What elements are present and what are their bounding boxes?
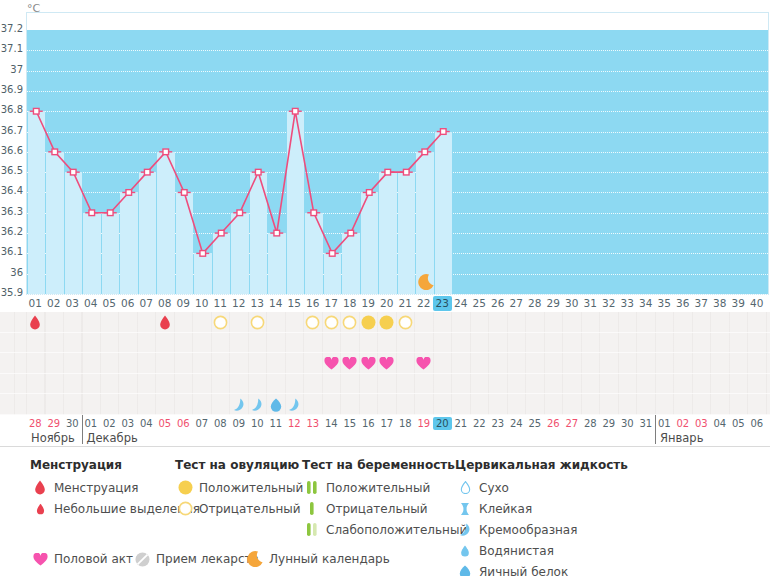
cycle-day-label[interactable]: 08 bbox=[156, 296, 175, 311]
cycle-day-label[interactable]: 18 bbox=[341, 296, 360, 311]
cycle-day-label[interactable]: 14 bbox=[267, 296, 286, 311]
calendar-date[interactable]: 01 bbox=[655, 417, 674, 430]
heart-icon bbox=[359, 353, 378, 374]
calendar-date[interactable]: 02 bbox=[100, 417, 119, 430]
cycle-day-label[interactable]: 11 bbox=[211, 296, 230, 311]
calendar-date[interactable]: 09 bbox=[230, 417, 249, 430]
calendar-date[interactable]: 31 bbox=[637, 417, 656, 430]
calendar-date[interactable]: 28 bbox=[581, 417, 600, 430]
cycle-day-label[interactable]: 30 bbox=[563, 296, 582, 311]
calendar-date[interactable]: 15 bbox=[341, 417, 360, 430]
menses-drop-icon bbox=[26, 312, 45, 333]
preg-negative-icon bbox=[302, 501, 322, 516]
cycle-day-label[interactable]: 17 bbox=[322, 296, 341, 311]
menses-drop-small-icon bbox=[30, 503, 50, 515]
calendar-date[interactable]: 28 bbox=[26, 417, 45, 430]
cycle-day-label[interactable]: 07 bbox=[137, 296, 156, 311]
calendar-date[interactable]: 11 bbox=[267, 417, 286, 430]
cycle-day-label[interactable]: 21 bbox=[396, 296, 415, 311]
cycle-day-label[interactable]: 37 bbox=[692, 296, 711, 311]
calendar-date[interactable]: 23 bbox=[489, 417, 508, 430]
cycle-day-label[interactable]: 29 bbox=[544, 296, 563, 311]
month-label: Ноябрь bbox=[31, 431, 75, 445]
calendar-date[interactable]: 14 bbox=[322, 417, 341, 430]
calendar-date[interactable]: 06 bbox=[748, 417, 767, 430]
calendar-date[interactable]: 05 bbox=[729, 417, 748, 430]
y-axis-tick: 36.5 bbox=[0, 165, 23, 176]
cycle-day-label[interactable]: 05 bbox=[100, 296, 119, 311]
cycle-day-label[interactable]: 22 bbox=[415, 296, 434, 311]
cycle-day-label[interactable]: 38 bbox=[711, 296, 730, 311]
calendar-date[interactable]: 26 bbox=[544, 417, 563, 430]
calendar-date-today[interactable]: 20 bbox=[433, 417, 452, 430]
cycle-day-row: 0102030405060708091011121314151617181920… bbox=[0, 296, 770, 312]
calendar-date[interactable]: 05 bbox=[156, 417, 175, 430]
calendar-date[interactable]: 08 bbox=[211, 417, 230, 430]
calendar-date[interactable]: 27 bbox=[563, 417, 582, 430]
cycle-day-label[interactable]: 39 bbox=[729, 296, 748, 311]
cycle-day-label[interactable]: 06 bbox=[119, 296, 138, 311]
calendar-date[interactable]: 21 bbox=[452, 417, 471, 430]
cycle-day-label[interactable]: 31 bbox=[581, 296, 600, 311]
calendar-date[interactable]: 03 bbox=[119, 417, 138, 430]
cycle-day-label[interactable]: 20 bbox=[378, 296, 397, 311]
cycle-day-label[interactable]: 03 bbox=[63, 296, 82, 311]
month-divider bbox=[655, 415, 656, 444]
moon-icon bbox=[417, 273, 436, 295]
symbol-rows bbox=[0, 312, 770, 415]
cycle-day-label[interactable]: 10 bbox=[193, 296, 212, 311]
cycle-day-label[interactable]: 27 bbox=[507, 296, 526, 311]
cycle-day-label[interactable]: 09 bbox=[174, 296, 193, 311]
cycle-day-label[interactable]: 12 bbox=[230, 296, 249, 311]
legend-item-label: Сухо bbox=[479, 481, 509, 495]
cycle-day-label[interactable]: 01 bbox=[26, 296, 45, 311]
cycle-day-label-current[interactable]: 23 bbox=[433, 296, 452, 311]
cycle-day-label[interactable]: 24 bbox=[452, 296, 471, 311]
cycle-day-label[interactable]: 28 bbox=[526, 296, 545, 311]
preg-positive-icon bbox=[302, 480, 322, 495]
cycle-day-label[interactable]: 35 bbox=[655, 296, 674, 311]
calendar-date[interactable]: 19 bbox=[415, 417, 434, 430]
cycle-day-label[interactable]: 36 bbox=[674, 296, 693, 311]
cycle-day-label[interactable]: 02 bbox=[45, 296, 64, 311]
cycle-day-label[interactable]: 34 bbox=[637, 296, 656, 311]
cf-creamy-icon bbox=[230, 394, 249, 415]
calendar-date[interactable]: 18 bbox=[396, 417, 415, 430]
cycle-day-label[interactable]: 13 bbox=[248, 296, 267, 311]
cycle-day-label[interactable]: 32 bbox=[600, 296, 619, 311]
cycle-day-label[interactable]: 04 bbox=[82, 296, 101, 311]
cycle-day-label[interactable]: 16 bbox=[304, 296, 323, 311]
legend-item: Кремообразная bbox=[455, 519, 628, 540]
calendar-date[interactable]: 06 bbox=[174, 417, 193, 430]
calendar-date[interactable]: 07 bbox=[193, 417, 212, 430]
cycle-day-label[interactable]: 40 bbox=[748, 296, 767, 311]
cycle-day-label[interactable]: 33 bbox=[618, 296, 637, 311]
heart-icon bbox=[415, 353, 434, 374]
calendar-date[interactable]: 30 bbox=[618, 417, 637, 430]
calendar-date[interactable]: 17 bbox=[378, 417, 397, 430]
calendar-date[interactable]: 16 bbox=[359, 417, 378, 430]
calendar-date[interactable]: 10 bbox=[248, 417, 267, 430]
calendar-date[interactable]: 13 bbox=[304, 417, 323, 430]
cycle-day-label[interactable]: 19 bbox=[359, 296, 378, 311]
calendar-date[interactable]: 25 bbox=[526, 417, 545, 430]
calendar-date[interactable]: 24 bbox=[507, 417, 526, 430]
calendar-date[interactable]: 02 bbox=[674, 417, 693, 430]
calendar-date[interactable]: 01 bbox=[82, 417, 101, 430]
cycle-day-label[interactable]: 25 bbox=[470, 296, 489, 311]
heart-icon bbox=[322, 353, 341, 374]
legend-group: Тест на овуляциюПоложительныйОтрицательн… bbox=[175, 458, 303, 519]
ovul-negative-icon bbox=[322, 312, 341, 333]
calendar-date[interactable]: 29 bbox=[45, 417, 64, 430]
calendar-date[interactable]: 30 bbox=[63, 417, 82, 430]
calendar-date[interactable]: 12 bbox=[285, 417, 304, 430]
calendar-date[interactable]: 04 bbox=[711, 417, 730, 430]
cycle-day-label[interactable]: 15 bbox=[285, 296, 304, 311]
calendar-date[interactable]: 03 bbox=[692, 417, 711, 430]
y-axis-tick: 36.9 bbox=[0, 84, 23, 95]
y-axis-tick: 37.2 bbox=[0, 23, 23, 34]
cycle-day-label[interactable]: 26 bbox=[489, 296, 508, 311]
calendar-date[interactable]: 04 bbox=[137, 417, 156, 430]
calendar-date[interactable]: 22 bbox=[470, 417, 489, 430]
calendar-date[interactable]: 29 bbox=[600, 417, 619, 430]
